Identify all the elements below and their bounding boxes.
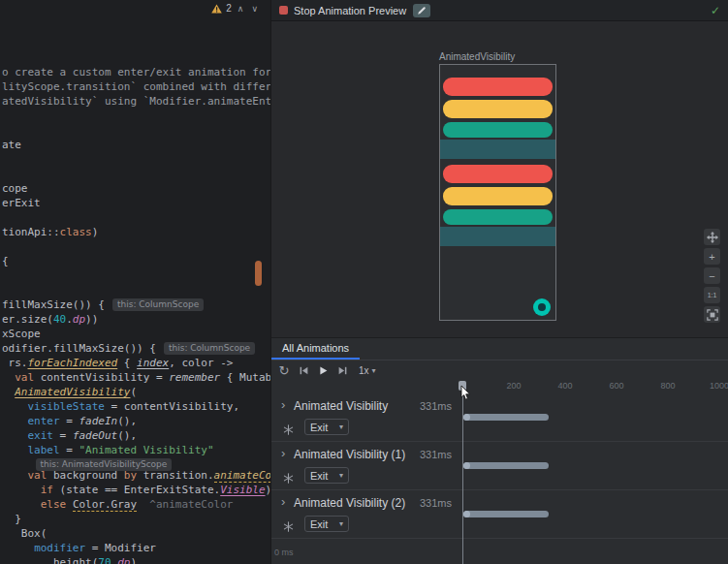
code-line: rs.forEachIndexed { index, color -> xyxy=(2,356,233,370)
code-line: atedVisibility` using `Modifier.animateE… xyxy=(2,94,270,109)
red-bar xyxy=(443,165,553,183)
state-value: Exit xyxy=(310,470,328,482)
code-line: .height(70.dp) xyxy=(2,555,137,564)
state-dropdown[interactable]: Exit▾ xyxy=(304,419,349,435)
yellow-bar xyxy=(443,187,553,205)
teal-bar xyxy=(443,209,553,225)
build-success-icon[interactable]: ✓ xyxy=(711,4,720,17)
code-line: modifier = Modifier xyxy=(2,541,156,555)
expand-chevron-icon[interactable]: › xyxy=(281,446,285,460)
play-button[interactable] xyxy=(314,362,332,378)
animation-preview-pane: Stop Animation Preview ✓ AnimatedVisibil… xyxy=(270,0,728,564)
freeze-animation-button[interactable] xyxy=(283,422,294,432)
animation-label: Animated Visibility xyxy=(294,399,388,413)
animation-label: Animated Visibility (2) xyxy=(294,496,405,510)
freeze-animation-button[interactable] xyxy=(283,470,294,481)
zoom-out-button[interactable]: − xyxy=(704,267,720,284)
code-editor[interactable]: 2 ∧ ∨ o create a custom enter/exit anima… xyxy=(0,0,270,564)
elapsed-time-label: 0 ms xyxy=(274,548,294,557)
chevron-down-icon: ▾ xyxy=(339,423,343,431)
composable-name-label: AnimatedVisibility xyxy=(439,51,515,62)
timeline-tabbar: All Animations xyxy=(271,338,728,360)
playback-controls: ↻ 1x ▾ xyxy=(275,361,376,379)
state-dropdown[interactable]: Exit▾ xyxy=(304,467,349,484)
snowflake-icon xyxy=(283,521,294,532)
animation-row: ›Animated Visibility331msExit▾ xyxy=(271,393,728,442)
snowflake-icon xyxy=(283,473,294,484)
animation-duration: 331ms xyxy=(413,400,452,412)
code-line: val contentVisibility = remember { Mutab… xyxy=(2,370,270,385)
code-line: erExit xyxy=(2,196,41,210)
animation-duration: 331ms xyxy=(413,497,452,509)
code-line: er.size(40.dp)) xyxy=(2,312,98,327)
edit-button[interactable] xyxy=(413,4,430,17)
snowflake-icon xyxy=(283,424,294,435)
editor-scrollbar-thumb[interactable] xyxy=(255,261,262,286)
preview-fab xyxy=(533,298,551,316)
red-bar xyxy=(443,78,553,96)
skip-to-end-icon xyxy=(337,365,348,376)
animation-row: ›Animated Visibility (1)331msExit▾ xyxy=(271,442,728,490)
preview-toolbar: Stop Animation Preview ✓ xyxy=(271,0,728,21)
device-frame xyxy=(439,64,556,321)
code-line: else Color.Gray ^animateColor xyxy=(2,497,233,512)
chevron-down-icon: ▾ xyxy=(339,471,343,480)
playback-speed-dropdown[interactable]: 1x ▾ xyxy=(359,365,376,376)
skip-to-start-button[interactable] xyxy=(295,362,312,378)
skip-to-end-button[interactable] xyxy=(333,362,351,378)
replay-icon: ↻ xyxy=(279,364,290,377)
ruler-tick-label: 1000 xyxy=(705,381,728,391)
replay-button[interactable]: ↻ xyxy=(275,362,293,378)
inspections-widget[interactable]: 2 ∧ ∨ xyxy=(211,3,260,14)
dark-teal-box xyxy=(440,140,555,159)
code-line: fillMaxSize()) {this: ColumnScope xyxy=(2,298,204,312)
state-value: Exit xyxy=(310,518,328,530)
teal-bar xyxy=(443,122,553,138)
mouse-cursor xyxy=(460,385,472,401)
pan-icon xyxy=(707,232,718,243)
stop-animation-preview-button[interactable]: Stop Animation Preview xyxy=(279,5,406,16)
code-line: val background by transition.animateColo… xyxy=(2,468,270,483)
code-line: ate xyxy=(2,138,21,152)
warning-count: 2 xyxy=(226,3,232,14)
spacer xyxy=(440,65,555,78)
tab-all-animations[interactable]: All Animations xyxy=(271,338,360,360)
speed-value: 1x xyxy=(359,365,369,376)
skip-to-start-icon xyxy=(299,365,309,376)
timeline-track xyxy=(463,414,549,421)
timeline-area: All Animations ↻ 1x ▾ xyxy=(271,337,728,564)
code-line: { xyxy=(2,254,9,268)
zoom-in-button[interactable]: + xyxy=(704,248,720,265)
zoom-actual-button[interactable]: 1:1 xyxy=(704,287,720,303)
code-line: cope xyxy=(2,181,28,196)
stop-icon xyxy=(279,6,288,15)
state-value: Exit xyxy=(310,422,328,433)
ide-window: 2 ∧ ∨ o create a custom enter/exit anima… xyxy=(0,0,728,564)
expand-chevron-icon[interactable]: › xyxy=(281,494,285,509)
animation-label: Animated Visibility (1) xyxy=(294,448,405,461)
code-line: } xyxy=(2,512,21,526)
zoom-controls: + − 1:1 xyxy=(704,229,720,323)
next-issue-button[interactable]: ∨ xyxy=(249,4,260,14)
expand-chevron-icon[interactable]: › xyxy=(281,397,285,412)
animation-row: ›Animated Visibility (2)331msExit▾ xyxy=(271,490,728,539)
chevron-down-icon: ▾ xyxy=(372,366,376,375)
freeze-animation-button[interactable] xyxy=(283,518,294,529)
timeline-track xyxy=(463,462,549,469)
code-line: AnimatedVisibility( xyxy=(2,385,137,399)
pan-button[interactable] xyxy=(704,229,720,245)
preview-canvas: AnimatedVisibility + − 1:1 xyxy=(271,21,728,337)
code-line: visibleState = contentVisibility, xyxy=(2,399,239,414)
code-line: xScope xyxy=(2,327,41,341)
animation-rows: ›Animated Visibility331msExit▾›Animated … xyxy=(271,393,728,539)
warning-icon xyxy=(211,4,222,14)
animation-duration: 331ms xyxy=(413,449,452,460)
timeline-track xyxy=(463,511,549,517)
state-dropdown[interactable]: Exit▾ xyxy=(304,516,349,532)
code-line: odifier.fillMaxSize()) {this: ColumnScop… xyxy=(2,341,255,356)
zoom-fit-button[interactable] xyxy=(704,306,720,323)
code-line: Box( xyxy=(2,526,47,541)
code-line: lityScope.transition` combined with diff… xyxy=(2,79,270,94)
prev-issue-button[interactable]: ∧ xyxy=(236,4,246,14)
play-icon xyxy=(318,365,329,376)
